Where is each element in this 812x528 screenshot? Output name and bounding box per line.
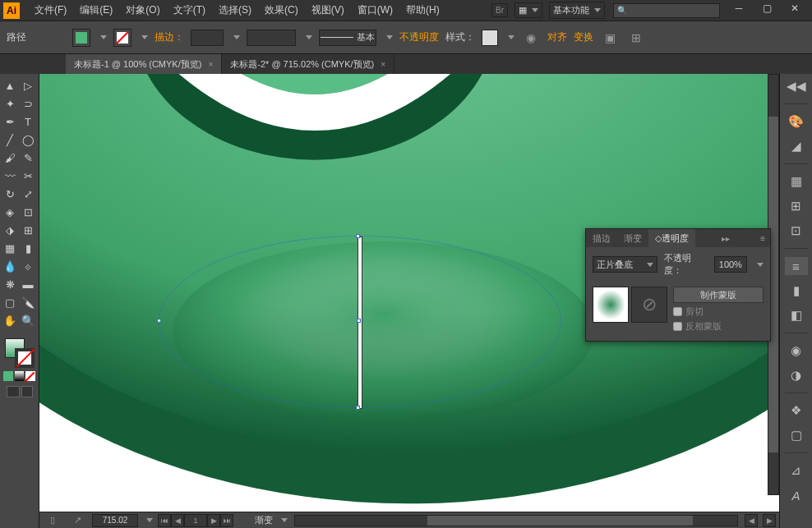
color-guide-icon[interactable]: ◢ xyxy=(785,137,808,155)
fill-dropdown-icon[interactable] xyxy=(100,35,107,39)
fill-stroke-indicator[interactable] xyxy=(5,338,35,368)
blob-brush-tool[interactable]: 〰 xyxy=(2,168,18,184)
stroke-dropdown-icon[interactable] xyxy=(141,35,148,39)
panel-collapse-icon[interactable]: ▸▸ xyxy=(717,234,735,243)
stroke-swatch[interactable] xyxy=(113,29,131,47)
gradient-annotator[interactable] xyxy=(358,236,362,409)
rotate-tool[interactable]: ↻ xyxy=(2,186,18,202)
blend-tool[interactable]: ⟐ xyxy=(20,258,36,274)
tab-gradient[interactable]: 渐变 xyxy=(617,229,648,247)
shape-tool[interactable]: ◯ xyxy=(20,131,36,148)
direct-select-tool[interactable]: ▷ xyxy=(20,77,36,94)
opacity-value-input[interactable]: 100% xyxy=(714,256,747,273)
slice-tool[interactable]: 🔪 xyxy=(20,294,36,310)
anchor-bottom[interactable] xyxy=(356,406,360,410)
panel-menu-icon[interactable]: ≡ xyxy=(755,234,770,243)
menu-object[interactable]: 对象(O) xyxy=(119,2,166,19)
scroll-left-button[interactable]: ◀ xyxy=(745,514,758,527)
tab-transparency[interactable]: ◇ 透明度 xyxy=(648,229,695,247)
brush-lib-icon[interactable]: ⊿ xyxy=(785,461,808,480)
none-mode-swatch[interactable] xyxy=(25,371,35,381)
perspective-tool[interactable]: ⊞ xyxy=(20,222,36,238)
symbol-spray-tool[interactable]: ❋ xyxy=(2,276,18,292)
magic-wand-tool[interactable]: ✦ xyxy=(2,95,18,112)
opacity-label-control[interactable]: 不透明度 xyxy=(399,30,439,44)
char-panel-icon[interactable]: A xyxy=(785,486,808,504)
invert-mask-checkbox[interactable]: 反相蒙版 xyxy=(673,320,764,333)
layers-panel-icon[interactable]: ❖ xyxy=(785,402,808,420)
graphic-styles-icon[interactable]: ◑ xyxy=(785,366,808,384)
gradient-tool[interactable]: ▮ xyxy=(20,240,36,256)
pencil-tool[interactable]: ✎ xyxy=(20,149,36,166)
fill-swatch[interactable] xyxy=(72,29,90,47)
zoom-dropdown[interactable] xyxy=(146,518,153,522)
minimize-button[interactable]: ─ xyxy=(725,0,753,16)
lasso-tool[interactable]: ⊃ xyxy=(20,95,36,112)
expand-dock-icon[interactable]: ◀◀ xyxy=(785,77,808,95)
bridge-button[interactable]: Br xyxy=(491,3,508,17)
line-tool[interactable]: ╱ xyxy=(2,131,18,148)
stroke-weight-input[interactable] xyxy=(191,30,224,46)
close-button[interactable]: ✕ xyxy=(781,0,809,16)
brush-tool[interactable]: 🖌 xyxy=(2,149,18,166)
variable-width-input[interactable] xyxy=(247,30,296,46)
next-artboard-button[interactable]: ▶ xyxy=(207,514,220,527)
anchor-left[interactable] xyxy=(157,319,161,323)
tab-stroke[interactable]: 描边 xyxy=(586,229,617,247)
menu-effect[interactable]: 效果(C) xyxy=(258,2,305,19)
style-dropdown[interactable] xyxy=(508,35,514,39)
mesh-tool[interactable]: ▦ xyxy=(2,240,18,256)
brush-dropdown[interactable] xyxy=(386,35,393,39)
menu-view[interactable]: 视图(V) xyxy=(305,2,351,19)
artboard-number[interactable]: 1 xyxy=(184,514,207,527)
type-tool[interactable]: T xyxy=(20,113,36,130)
artboard-nav-icon[interactable]: ▯ xyxy=(43,511,62,529)
brush-def-box[interactable]: 基本 xyxy=(319,30,376,46)
scale-tool[interactable]: ⤢ xyxy=(20,186,36,202)
style-swatch[interactable] xyxy=(482,30,498,46)
screen-mode-full[interactable] xyxy=(21,386,33,397)
close-icon[interactable]: × xyxy=(381,60,385,69)
menu-type[interactable]: 文字(T) xyxy=(167,2,212,19)
prev-artboard-button[interactable]: ◀ xyxy=(171,514,184,527)
width-tool[interactable]: ◈ xyxy=(2,204,18,220)
hand-tool[interactable]: ✋ xyxy=(2,312,18,328)
zoom-tool[interactable]: 🔍 xyxy=(20,312,36,328)
first-artboard-button[interactable]: ⏮ xyxy=(158,514,171,527)
zoom-level-input[interactable]: 715.02 xyxy=(92,514,138,527)
scroll-right-button[interactable]: ▶ xyxy=(763,514,776,527)
appearance-panel-icon[interactable]: ◉ xyxy=(785,342,808,360)
graph-tool[interactable]: ▬ xyxy=(20,276,36,292)
workspace-switcher[interactable]: 基本功能 xyxy=(549,2,605,19)
artboards-panel-icon[interactable]: ▢ xyxy=(785,426,808,444)
opacity-dropdown[interactable] xyxy=(757,263,764,267)
menu-select[interactable]: 选择(S) xyxy=(212,2,258,19)
close-icon[interactable]: × xyxy=(208,60,213,69)
eyedropper-tool[interactable]: 💧 xyxy=(2,258,18,274)
align-label[interactable]: 对齐 xyxy=(547,30,567,44)
brushes-panel-icon[interactable]: ⊞ xyxy=(785,197,808,215)
stroke-weight-dropdown[interactable] xyxy=(233,35,240,39)
menu-edit[interactable]: 编辑(E) xyxy=(73,2,119,19)
swatches-panel-icon[interactable]: ▦ xyxy=(785,172,808,191)
shape-builder-tool[interactable]: ⬗ xyxy=(2,222,18,238)
arrange-docs-button[interactable]: ▦ xyxy=(514,2,542,18)
pen-tool[interactable]: ✒ xyxy=(2,113,18,130)
status-dropdown[interactable] xyxy=(281,518,288,522)
menu-help[interactable]: 帮助(H) xyxy=(399,2,446,19)
doc-tab-1[interactable]: 未标题-1 @ 100% (CMYK/预览)× xyxy=(66,54,222,74)
recolor-icon[interactable]: ◉ xyxy=(521,28,541,48)
free-transform-tool[interactable]: ⊡ xyxy=(20,204,36,220)
mask-thumbnail[interactable]: ⊘ xyxy=(631,287,667,323)
expand-icon[interactable]: ↗ xyxy=(67,511,87,529)
h-scroll-thumb[interactable] xyxy=(427,516,693,526)
selection-tool[interactable]: ▲ xyxy=(2,77,18,94)
blend-mode-select[interactable]: 正片叠底 xyxy=(593,256,657,273)
transparency-panel-icon[interactable]: ◧ xyxy=(785,306,808,324)
anchor-top[interactable] xyxy=(356,234,360,238)
stroke-label[interactable]: 描边： xyxy=(155,30,184,44)
artboard-tool[interactable]: ▢ xyxy=(2,294,18,310)
menu-file[interactable]: 文件(F) xyxy=(28,2,73,19)
make-mask-button[interactable]: 制作蒙版 xyxy=(673,287,764,303)
transform-label[interactable]: 变换 xyxy=(574,30,593,44)
